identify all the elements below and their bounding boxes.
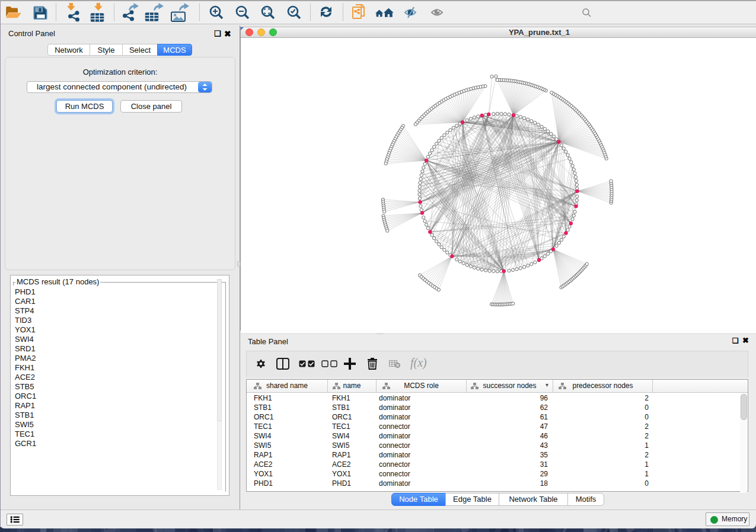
svg-text:f(x): f(x): [410, 357, 427, 370]
